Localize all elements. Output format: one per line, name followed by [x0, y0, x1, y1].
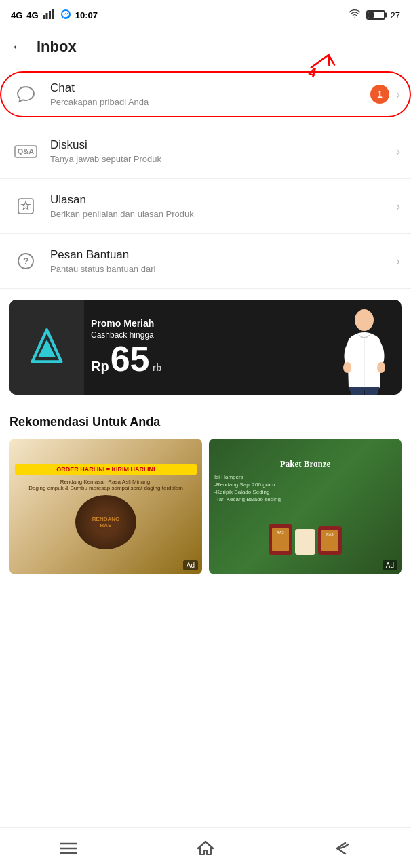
bottom-navigation [0, 827, 411, 868]
chat-icon [11, 79, 41, 109]
product-image-2: RAS RAS [214, 507, 396, 555]
messenger-icon [60, 9, 71, 22]
status-right: 27 [349, 9, 400, 21]
chat-text: Chat Percakapan pribadi Anda [50, 81, 370, 107]
page-title: Inbox [37, 38, 77, 56]
diskusi-title: Diskusi [50, 138, 396, 152]
ad-badge-1: Ad [183, 560, 198, 570]
battery-level: 27 [391, 10, 400, 20]
pesan-bantuan-title: Pesan Bantuan [50, 248, 396, 262]
network-1: 4G [11, 10, 22, 20]
recommendations-section: Rekomendasi Untuk Anda ORDER HARI INI = … [0, 406, 411, 574]
page-header: ← Inbox [0, 30, 411, 64]
product-image-1: RENDANGRAS [75, 495, 136, 549]
item2-sub: Isi Hampers -Rendang Sapi 200 gram -Keri… [214, 473, 396, 504]
network-2: 4G [26, 10, 38, 20]
svg-text:?: ? [23, 256, 29, 267]
banner-logo [9, 300, 84, 395]
item2-title: Paket Bronze [280, 458, 331, 469]
battery-indicator [366, 10, 385, 20]
rec-item-2[interactable]: Paket Bronze Isi Hampers -Rendang Sapi 2… [209, 439, 402, 574]
clock: 10:07 [75, 10, 98, 20]
diskusi-text: Diskusi Tanya jawab seputar Produk [50, 138, 396, 164]
ulasan-subtitle: Berikan penilaian dan ulasan Produk [50, 209, 396, 219]
diskusi-chevron: › [396, 144, 400, 159]
chat-chevron: › [396, 87, 400, 102]
banner-unit: rb [153, 363, 162, 372]
pesan-bantuan-chevron: › [396, 254, 400, 269]
banner-cashback-label: Cashback hingga [91, 330, 320, 340]
pesan-bantuan-text: Pesan Bantuan Pantau status bantuan dari [50, 248, 396, 274]
pesan-bantuan-subtitle: Pantau status bantuan dari [50, 264, 396, 274]
status-bar: 4G 4G 10:07 [0, 0, 411, 30]
diskusi-menu-item[interactable]: Q&A Diskusi Tanya jawab seputar Produk › [0, 124, 411, 179]
ad-badge-2: Ad [383, 560, 397, 570]
nav-home-button[interactable] [192, 835, 219, 862]
svg-point-14 [377, 362, 385, 373]
svg-rect-0 [43, 15, 45, 19]
ulasan-text: Ulasan Berikan penilaian dan ulasan Prod… [50, 193, 396, 219]
promo-banner[interactable]: Promo Meriah Cashback hingga Rp 65 rb [9, 300, 402, 395]
pesan-bantuan-menu-item[interactable]: ? Pesan Bantuan Pantau status bantuan da… [0, 234, 411, 289]
chat-menu-item[interactable]: Chat Percakapan pribadi Anda 1 › [4, 67, 407, 121]
ulasan-chevron: › [396, 199, 400, 214]
diskusi-right: › [396, 144, 400, 159]
svg-point-13 [343, 362, 351, 373]
nav-menu-button[interactable] [55, 835, 82, 862]
banner-currency: Rp [91, 359, 109, 373]
pesan-bantuan-right: › [396, 254, 400, 269]
chat-subtitle: Percakapan pribadi Anda [50, 97, 370, 107]
star-icon [11, 191, 41, 221]
nav-back-button[interactable] [329, 835, 356, 862]
banner-value: 65 [111, 341, 150, 376]
chat-badge: 1 [370, 85, 389, 104]
ulasan-right: › [396, 199, 400, 214]
back-button[interactable]: ← [11, 38, 26, 56]
signal-bars [43, 9, 56, 21]
ulasan-menu-item[interactable]: Ulasan Berikan penilaian dan ulasan Prod… [0, 179, 411, 234]
order-banner-1: ORDER HARI INI = KIRIM HARI INI [15, 464, 197, 475]
banner-promo-title: Promo Meriah [91, 318, 320, 329]
chat-right: 1 › [370, 85, 400, 104]
ulasan-title: Ulasan [50, 193, 396, 207]
qa-label: Q&A [14, 145, 37, 158]
rec-item-1[interactable]: ORDER HARI INI = KIRIM HARI INI Rendang … [9, 439, 202, 574]
svg-point-11 [355, 309, 374, 331]
banner-text-content: Promo Meriah Cashback hingga Rp 65 rb [84, 310, 327, 384]
chat-title: Chat [50, 81, 370, 95]
svg-rect-1 [45, 13, 47, 19]
brand-logo [26, 327, 67, 368]
svg-rect-2 [49, 11, 51, 19]
status-network: 4G 4G 10:07 [11, 9, 98, 22]
diskusi-subtitle: Tanya jawab seputar Produk [50, 154, 396, 164]
person-silhouette [334, 307, 395, 395]
qa-icon: Q&A [11, 136, 41, 166]
banner-amount: Rp 65 rb [91, 341, 320, 376]
help-icon: ? [11, 246, 41, 276]
banner-person-image [327, 300, 402, 395]
svg-rect-3 [52, 9, 54, 19]
recommendations-grid: ORDER HARI INI = KIRIM HARI INI Rendang … [9, 439, 402, 574]
recommendations-title: Rekomendasi Untuk Anda [9, 415, 402, 429]
wifi-icon [349, 9, 361, 21]
item1-sub: Rendang Kemasan Rasa Asli Minang!Daging … [28, 479, 183, 491]
inbox-menu-list: 4 Chat Percakapan pribadi Anda 1 › Q&A [0, 67, 411, 289]
